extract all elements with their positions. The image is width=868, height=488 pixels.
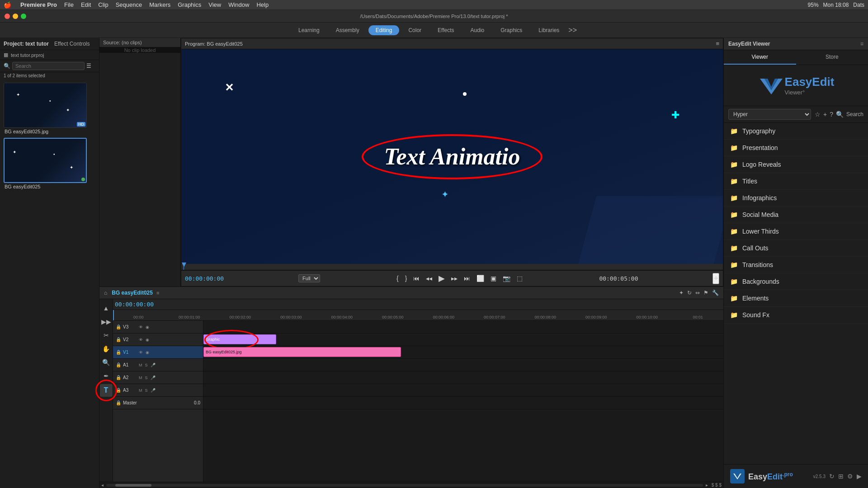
fit-dropdown[interactable]: Full 1/2 1/4 bbox=[298, 274, 320, 282]
thumbnail-preview-2[interactable]: ✦ • ✦ bbox=[4, 138, 87, 183]
store-tab[interactable]: Store bbox=[796, 50, 868, 65]
tab-color[interactable]: Color bbox=[401, 25, 429, 35]
hyper-dropdown[interactable]: Hyper bbox=[728, 109, 811, 120]
tab-effects[interactable]: Effects bbox=[430, 25, 461, 35]
category-sound-fx[interactable]: 📁 Sound Fx bbox=[724, 307, 868, 324]
mic-button-a1[interactable]: 🎤 bbox=[150, 362, 156, 368]
add-preset-button[interactable]: + bbox=[823, 111, 827, 118]
tab-audio[interactable]: Audio bbox=[463, 25, 492, 35]
tab-assembly[interactable]: Assembly bbox=[329, 25, 367, 35]
eye-button-v1[interactable]: 👁 bbox=[138, 350, 143, 355]
mic-button-a3[interactable]: 🎤 bbox=[150, 388, 156, 393]
category-lower-thirds[interactable]: 📁 Lower Thirds bbox=[724, 223, 868, 240]
step-forward-button[interactable]: ▸▸ bbox=[449, 274, 459, 283]
speaker-button-v1[interactable]: ◉ bbox=[145, 350, 150, 355]
ripple-tool[interactable]: ↻ bbox=[686, 289, 693, 297]
tab-learning[interactable]: Learning bbox=[291, 25, 327, 35]
play-button-bottom[interactable]: ▶ bbox=[857, 473, 862, 480]
wrench-icon[interactable]: ≡ bbox=[716, 40, 719, 47]
refresh-button[interactable]: ↻ bbox=[829, 473, 835, 480]
eye-button-a3[interactable]: M bbox=[138, 388, 143, 393]
timeline-menu-icon[interactable]: ≡ bbox=[156, 290, 159, 296]
menu-graphics[interactable]: Graphics bbox=[178, 1, 201, 8]
scroll-thumb[interactable] bbox=[115, 484, 151, 487]
project-title[interactable]: Project: text tutor bbox=[4, 41, 49, 47]
pen-tool[interactable]: ✒ bbox=[101, 371, 112, 381]
category-presentation[interactable]: 📁 Presentation bbox=[724, 140, 868, 156]
category-call-outs[interactable]: 📁 Call Outs bbox=[724, 240, 868, 257]
timeline-ruler[interactable]: 00:00 00:00:01:00 00:00:02:00 00:00:03:0… bbox=[113, 310, 723, 321]
settings-button[interactable]: ⚙ bbox=[847, 473, 853, 480]
menu-window[interactable]: Window bbox=[228, 1, 249, 8]
menu-view[interactable]: View bbox=[208, 1, 221, 8]
category-typography[interactable]: 📁 Typography bbox=[724, 123, 868, 140]
app-name-label[interactable]: Premiere Pro bbox=[20, 1, 57, 8]
lock-icon-a2[interactable]: 🔒 bbox=[116, 375, 121, 380]
star-favorite-button[interactable]: ☆ bbox=[815, 111, 821, 118]
help-button[interactable]: ? bbox=[830, 111, 833, 118]
tab-editing[interactable]: Editing bbox=[368, 25, 400, 35]
roll-tool[interactable]: ⇔ bbox=[694, 289, 701, 297]
scroll-right-icon[interactable]: ▸ bbox=[706, 483, 708, 488]
add-to-timeline-button[interactable]: + bbox=[712, 273, 719, 284]
mark-in-button[interactable]: { bbox=[395, 274, 401, 283]
loop-button[interactable]: ⬜ bbox=[475, 274, 486, 283]
search-button[interactable]: 🔍 bbox=[836, 111, 844, 118]
list-view-icon[interactable]: ☰ bbox=[86, 63, 91, 69]
wrench-timeline[interactable]: 🔧 bbox=[711, 289, 720, 297]
category-logo-reveals[interactable]: 📁 Logo Reveals bbox=[724, 156, 868, 173]
category-infographics[interactable]: 📁 Infographics bbox=[724, 190, 868, 206]
go-to-in-button[interactable]: ⏮ bbox=[411, 274, 421, 283]
menu-markers[interactable]: Markers bbox=[149, 1, 170, 8]
menu-clip[interactable]: Clip bbox=[98, 1, 108, 8]
effect-controls-label[interactable]: Effect Controls bbox=[54, 41, 90, 47]
maximize-button[interactable] bbox=[21, 14, 26, 19]
scroll-track[interactable] bbox=[106, 484, 703, 487]
close-button[interactable] bbox=[5, 14, 10, 19]
speaker-button-v2[interactable]: ◉ bbox=[145, 337, 150, 343]
grid-view-button[interactable]: ⊞ bbox=[838, 473, 844, 480]
clip-bg[interactable]: BG easyEdit025.jpg bbox=[203, 347, 401, 357]
tab-graphics[interactable]: Graphics bbox=[493, 25, 529, 35]
category-elements[interactable]: 📁 Elements bbox=[724, 290, 868, 307]
timeline-home-button[interactable]: ⌂ bbox=[103, 289, 108, 297]
category-titles[interactable]: 📁 Titles bbox=[724, 173, 868, 190]
safe-margins-button[interactable]: ▣ bbox=[489, 274, 498, 283]
menu-help[interactable]: Help bbox=[256, 1, 269, 8]
project-search-input[interactable] bbox=[12, 62, 85, 70]
mic-button-a2[interactable]: 🎤 bbox=[150, 375, 156, 380]
zoom-tool[interactable]: 🔍 bbox=[101, 357, 112, 368]
menu-sequence[interactable]: Sequence bbox=[116, 1, 142, 8]
menu-edit[interactable]: Edit bbox=[81, 1, 91, 8]
camera-button[interactable]: 📷 bbox=[501, 274, 512, 283]
eye-button-v3[interactable]: 👁 bbox=[138, 324, 143, 330]
category-backgrounds[interactable]: 📁 Backgrounds bbox=[724, 273, 868, 290]
magnet-tool[interactable]: ✦ bbox=[678, 289, 684, 297]
clip-graphic[interactable]: Graphic bbox=[203, 334, 276, 344]
solo-button-a1[interactable]: S bbox=[145, 362, 148, 368]
razor-tool[interactable]: ✂ bbox=[101, 330, 112, 341]
apple-icon[interactable]: 🍎 bbox=[4, 1, 11, 9]
lock-icon-v2[interactable]: 🔒 bbox=[116, 337, 121, 342]
track-select-tool[interactable]: ▶▶ bbox=[101, 316, 112, 327]
scroll-left-icon[interactable]: ◂ bbox=[101, 483, 104, 488]
solo-button-a3[interactable]: S bbox=[145, 388, 148, 393]
go-to-out-button[interactable]: ⏭ bbox=[462, 274, 472, 283]
tab-libraries[interactable]: Libraries bbox=[531, 25, 566, 35]
step-back-button[interactable]: ◂◂ bbox=[424, 274, 434, 283]
category-transitions[interactable]: 📁 Transitions bbox=[724, 257, 868, 273]
eye-button-v2[interactable]: 👁 bbox=[138, 337, 143, 343]
thumbnail-preview-1[interactable]: ✦ • ✦ HD bbox=[4, 83, 87, 128]
text-tool-button[interactable]: T bbox=[100, 384, 113, 397]
select-tool[interactable]: ▲ bbox=[101, 303, 112, 314]
panel-menu-icon[interactable]: ≡ bbox=[860, 41, 863, 47]
solo-button-a2[interactable]: S bbox=[145, 375, 148, 380]
lock-icon-v3[interactable]: 🔒 bbox=[116, 324, 121, 329]
viewer-tab[interactable]: Viewer bbox=[724, 50, 796, 65]
eye-button-a1[interactable]: M bbox=[138, 362, 143, 368]
more-tabs-button[interactable]: >> bbox=[568, 26, 577, 34]
lock-icon-a1[interactable]: 🔒 bbox=[116, 362, 121, 367]
lock-icon-v1[interactable]: 🔒 bbox=[116, 350, 121, 355]
minimize-button[interactable] bbox=[13, 14, 18, 19]
lock-icon-master[interactable]: 🔒 bbox=[116, 400, 121, 405]
